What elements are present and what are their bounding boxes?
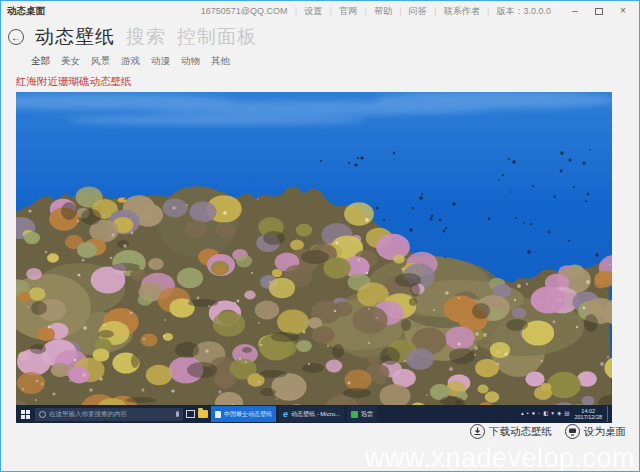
page-title: 动态壁纸 [35, 24, 115, 50]
menu-website[interactable]: 官网 [339, 5, 357, 18]
desktop-icon [565, 424, 580, 439]
set-as-desktop-button[interactable]: 设为桌面 [565, 424, 626, 439]
menu-help[interactable]: 帮助 [374, 5, 392, 18]
nav-link-search[interactable]: 搜索 [126, 24, 166, 50]
download-wallpaper-button[interactable]: 下载动态壁纸 [470, 424, 552, 439]
separator: ｜ [427, 5, 444, 18]
category-game[interactable]: 游戏 [121, 55, 140, 68]
category-beauty[interactable]: 美女 [61, 55, 80, 68]
titlebar: 动态桌面 16750571@QQ.COM ｜ 设置 ｜ 官网 ｜ 帮助 ｜ 问答… [1, 1, 639, 19]
back-button[interactable]: ← [8, 29, 24, 45]
category-anime[interactable]: 动漫 [151, 55, 170, 68]
version-label: 版本：3.0.0.0 [496, 5, 551, 18]
separator: ｜ [392, 5, 409, 18]
back-arrow-icon: ← [11, 32, 21, 43]
titlebar-menu: 16750571@QQ.COM ｜ 设置 ｜ 官网 ｜ 帮助 ｜ 问答 ｜ 联系… [201, 5, 551, 18]
nav-link-control-panel[interactable]: 控制面板 [177, 24, 257, 50]
category-tabs: 全部 美女 风景 游戏 动漫 动物 其他 [31, 55, 639, 68]
coral-reef-scene [16, 92, 612, 423]
bottom-bar: 下载动态壁纸 设为桌面 www.xnadevelop.com [1, 409, 639, 471]
wallpaper-preview-image[interactable]: 在这里输入你要搜索的内容 中国最全动态壁纸 e 动态壁纸 - Micro... … [16, 92, 612, 423]
maximize-button[interactable] [587, 4, 611, 18]
menu-settings[interactable]: 设置 [304, 5, 322, 18]
separator: ｜ [322, 5, 339, 18]
menu-contact-author[interactable]: 联系作者 [444, 5, 480, 18]
nav-area: ← 动态壁纸 搜索 控制面板 全部 美女 风景 游戏 动漫 动物 其他 [1, 24, 639, 68]
watermark-text: www.xnadevelop.com [365, 443, 635, 472]
minimize-button[interactable]: – [563, 4, 587, 18]
category-animal[interactable]: 动物 [181, 55, 200, 68]
menu-qa[interactable]: 问答 [409, 5, 427, 18]
app-window: { "window": { "title": "动态桌面", "titlebar… [0, 0, 640, 472]
window-controls: – × [563, 4, 635, 18]
separator: ｜ [288, 5, 305, 18]
category-other[interactable]: 其他 [211, 55, 230, 68]
separator: ｜ [357, 5, 374, 18]
wallpaper-title: 红海附近珊瑚礁动态壁纸 [16, 75, 639, 89]
download-icon [470, 424, 485, 439]
maximize-icon [595, 8, 603, 15]
category-all[interactable]: 全部 [31, 55, 50, 68]
category-scenery[interactable]: 风景 [91, 55, 110, 68]
separator: ｜ [480, 5, 497, 18]
window-title: 动态桌面 [7, 5, 45, 18]
account-label: 16750571@QQ.COM [201, 6, 288, 16]
close-button[interactable]: × [611, 4, 635, 18]
